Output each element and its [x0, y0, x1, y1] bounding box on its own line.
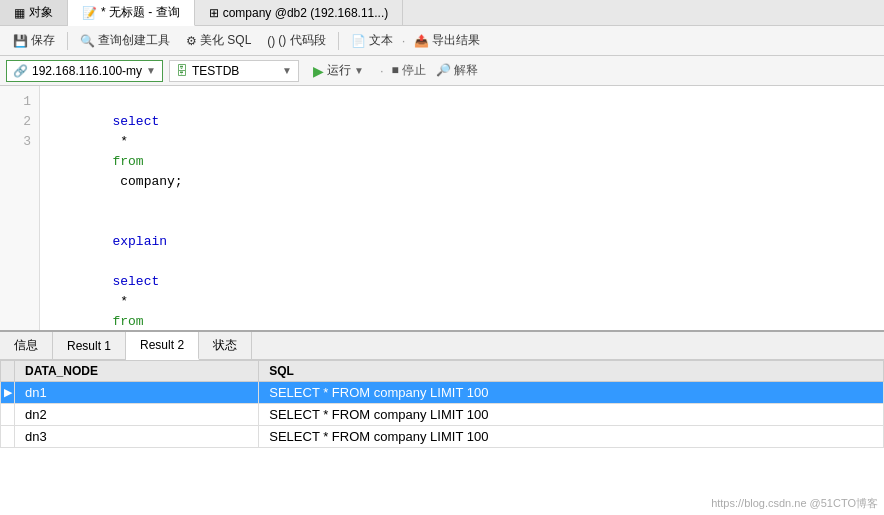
tab-object[interactable]: ▦ 对象: [0, 0, 68, 25]
tab-company-label: company @db2 (192.168.11...): [223, 6, 389, 20]
play-icon: ▶: [313, 63, 324, 79]
line-num-2: 2: [0, 112, 39, 132]
stop-label: 停止: [402, 63, 426, 77]
cell-sql-2: SELECT * FROM company LIMIT 100: [259, 404, 884, 426]
tab-status-label: 状态: [213, 337, 237, 354]
row-indicator-3: [1, 426, 15, 448]
conn-icon: 🔗: [13, 64, 28, 78]
connection-value: 192.168.116.100-my: [32, 64, 142, 78]
code-segment-label: () 代码段: [278, 32, 325, 49]
text-label: 文本: [369, 32, 393, 49]
data-table-container: DATA_NODE SQL ▶ dn1 SELECT * FROM compan…: [0, 360, 884, 515]
row-indicator-2: [1, 404, 15, 426]
tab-object-label: 对象: [29, 4, 53, 21]
kw-from-1: from: [112, 154, 143, 169]
tab-query-label: * 无标题 - 查询: [101, 4, 180, 21]
run-label: 运行: [327, 62, 351, 79]
export-label: 导出结果: [432, 32, 480, 49]
save-label: 保存: [31, 32, 55, 49]
tab-result1-label: Result 1: [67, 339, 111, 353]
row-indicator-1: ▶: [1, 382, 15, 404]
run-button[interactable]: ▶ 运行 ▼: [305, 60, 372, 81]
save-button[interactable]: 💾 保存: [6, 29, 62, 52]
result-table: DATA_NODE SQL ▶ dn1 SELECT * FROM compan…: [0, 360, 884, 448]
stop-icon: ■: [392, 63, 399, 77]
code-icon: (): [267, 34, 275, 48]
table-icon: ⊞: [209, 6, 219, 20]
tab-result2[interactable]: Result 2: [126, 332, 199, 360]
cell-dn2: dn2: [15, 404, 259, 426]
query-icon: 📝: [82, 6, 97, 20]
stop-button[interactable]: ■ 停止: [392, 62, 427, 79]
code-space-2: [112, 254, 120, 269]
code-segment-button[interactable]: () () 代码段: [260, 29, 332, 52]
db-dropdown-arrow: ▼: [282, 65, 292, 76]
toolbar-separator-1: [67, 32, 68, 50]
tab-result2-label: Result 2: [140, 338, 184, 352]
tab-status[interactable]: 状态: [199, 332, 252, 359]
beautify-label: 美化 SQL: [200, 32, 251, 49]
tab-info-label: 信息: [14, 337, 38, 354]
col-header-data-node: DATA_NODE: [15, 361, 259, 382]
tab-info[interactable]: 信息: [0, 332, 53, 359]
table-row[interactable]: dn3 SELECT * FROM company LIMIT 100: [1, 426, 884, 448]
conn-dropdown-arrow: ▼: [146, 65, 156, 76]
row-indicator-header: [1, 361, 15, 382]
result-tab-bar: 信息 Result 1 Result 2 状态: [0, 332, 884, 360]
tab-result1[interactable]: Result 1: [53, 332, 126, 359]
connection-selector[interactable]: 🔗 192.168.116.100-my ▼: [6, 60, 163, 82]
run-stop-separator: ·: [380, 63, 384, 78]
run-dropdown-arrow: ▼: [354, 65, 364, 76]
db-icon: 🗄: [176, 64, 188, 78]
save-icon: 💾: [13, 34, 28, 48]
line-num-1: 1: [0, 92, 39, 112]
watermark: https://blog.csdn.ne @51CTO博客: [711, 496, 878, 511]
line-num-3: 3: [0, 132, 39, 152]
explain-label: 解释: [454, 63, 478, 77]
toolbar: 💾 保存 🔍 查询创建工具 ⚙ 美化 SQL () () 代码段 📄 文本 · …: [0, 26, 884, 56]
explain-icon: 🔎: [436, 63, 451, 77]
kw-explain: explain: [112, 234, 167, 249]
toolbar-separator-2: [338, 32, 339, 50]
database-selector[interactable]: 🗄 TESTDB ▼: [169, 60, 299, 82]
export-button[interactable]: 📤 导出结果: [407, 29, 487, 52]
query-create-icon: 🔍: [80, 34, 95, 48]
kw-select-2: select: [112, 274, 159, 289]
dot-separator: ·: [402, 33, 406, 48]
connection-bar: 🔗 192.168.116.100-my ▼ 🗄 TESTDB ▼ ▶ 运行 ▼…: [0, 56, 884, 86]
cell-dn3: dn3: [15, 426, 259, 448]
text-icon: 📄: [351, 34, 366, 48]
export-icon: 📤: [414, 34, 429, 48]
code-space-1: *: [112, 134, 135, 149]
code-table-1: company;: [112, 174, 182, 189]
text-button[interactable]: 📄 文本: [344, 29, 400, 52]
query-create-button[interactable]: 🔍 查询创建工具: [73, 29, 177, 52]
explain-button[interactable]: 🔎 解释: [436, 62, 478, 79]
code-space-3: *: [112, 294, 135, 309]
cell-sql-3: SELECT * FROM company LIMIT 100: [259, 426, 884, 448]
bottom-panel: 信息 Result 1 Result 2 状态 DATA_NODE SQL: [0, 330, 884, 515]
col-header-sql: SQL: [259, 361, 884, 382]
kw-select-1: select: [112, 114, 159, 129]
tab-company[interactable]: ⊞ company @db2 (192.168.11...): [195, 0, 404, 25]
beautify-button[interactable]: ⚙ 美化 SQL: [179, 29, 258, 52]
cell-sql-1: SELECT * FROM company LIMIT 100: [259, 382, 884, 404]
table-row[interactable]: dn2 SELECT * FROM company LIMIT 100: [1, 404, 884, 426]
database-value: TESTDB: [192, 64, 239, 78]
top-tab-bar: ▦ 对象 📝 * 无标题 - 查询 ⊞ company @db2 (192.16…: [0, 0, 884, 26]
beautify-icon: ⚙: [186, 34, 197, 48]
cell-dn1: dn1: [15, 382, 259, 404]
tab-query[interactable]: 📝 * 无标题 - 查询: [68, 0, 195, 26]
query-create-label: 查询创建工具: [98, 32, 170, 49]
code-line-1: select * from company;: [50, 92, 874, 212]
kw-from-2: from: [112, 314, 143, 329]
table-row[interactable]: ▶ dn1 SELECT * FROM company LIMIT 100: [1, 382, 884, 404]
object-icon: ▦: [14, 6, 25, 20]
